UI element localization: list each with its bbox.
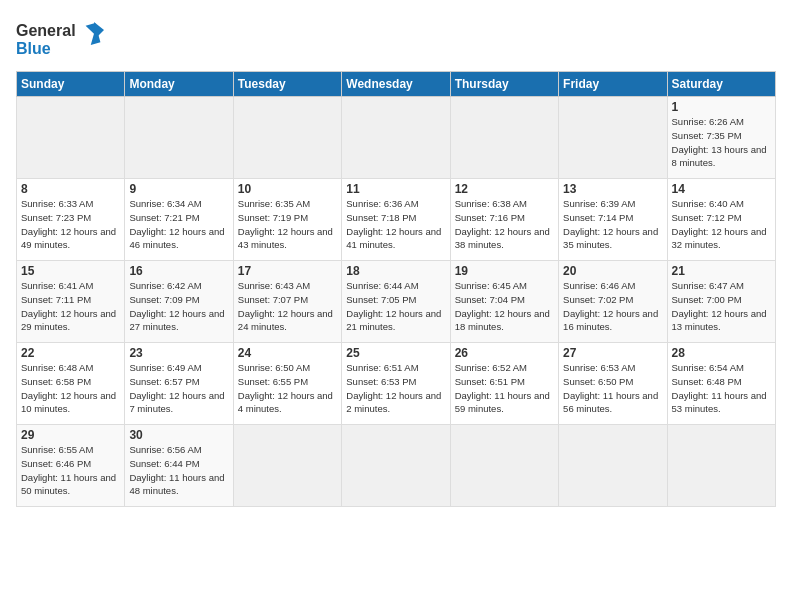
day-info: Sunrise: 6:47 AMSunset: 7:00 PMDaylight:… bbox=[672, 279, 771, 334]
calendar-cell: 10Sunrise: 6:35 AMSunset: 7:19 PMDayligh… bbox=[233, 179, 341, 261]
calendar-cell: 9Sunrise: 6:34 AMSunset: 7:21 PMDaylight… bbox=[125, 179, 233, 261]
calendar-cell: 13Sunrise: 6:39 AMSunset: 7:14 PMDayligh… bbox=[559, 179, 667, 261]
calendar-cell bbox=[559, 425, 667, 507]
calendar-cell: 25Sunrise: 6:51 AMSunset: 6:53 PMDayligh… bbox=[342, 343, 450, 425]
day-header-wednesday: Wednesday bbox=[342, 72, 450, 97]
calendar-cell bbox=[450, 97, 558, 179]
day-info: Sunrise: 6:26 AMSunset: 7:35 PMDaylight:… bbox=[672, 115, 771, 170]
day-info: Sunrise: 6:52 AMSunset: 6:51 PMDaylight:… bbox=[455, 361, 554, 416]
calendar-cell: 17Sunrise: 6:43 AMSunset: 7:07 PMDayligh… bbox=[233, 261, 341, 343]
calendar-cell: 16Sunrise: 6:42 AMSunset: 7:09 PMDayligh… bbox=[125, 261, 233, 343]
day-header-thursday: Thursday bbox=[450, 72, 558, 97]
calendar-cell: 20Sunrise: 6:46 AMSunset: 7:02 PMDayligh… bbox=[559, 261, 667, 343]
sunset-text: Sunset: 7:19 PM bbox=[238, 212, 308, 223]
sunrise-text: Sunrise: 6:39 AM bbox=[563, 198, 635, 209]
day-header-friday: Friday bbox=[559, 72, 667, 97]
calendar-cell: 11Sunrise: 6:36 AMSunset: 7:18 PMDayligh… bbox=[342, 179, 450, 261]
sunrise-text: Sunrise: 6:51 AM bbox=[346, 362, 418, 373]
sunrise-text: Sunrise: 6:46 AM bbox=[563, 280, 635, 291]
day-info: Sunrise: 6:46 AMSunset: 7:02 PMDaylight:… bbox=[563, 279, 662, 334]
calendar-week-4: 29Sunrise: 6:55 AMSunset: 6:46 PMDayligh… bbox=[17, 425, 776, 507]
sunset-text: Sunset: 6:53 PM bbox=[346, 376, 416, 387]
sunrise-text: Sunrise: 6:40 AM bbox=[672, 198, 744, 209]
daylight-text: Daylight: 11 hours and 50 minutes. bbox=[21, 472, 116, 497]
sunrise-text: Sunrise: 6:56 AM bbox=[129, 444, 201, 455]
sunset-text: Sunset: 6:51 PM bbox=[455, 376, 525, 387]
day-number: 20 bbox=[563, 264, 662, 278]
daylight-text: Daylight: 12 hours and 10 minutes. bbox=[21, 390, 116, 415]
day-number: 24 bbox=[238, 346, 337, 360]
sunrise-text: Sunrise: 6:34 AM bbox=[129, 198, 201, 209]
day-number: 28 bbox=[672, 346, 771, 360]
daylight-text: Daylight: 12 hours and 16 minutes. bbox=[563, 308, 658, 333]
day-header-tuesday: Tuesday bbox=[233, 72, 341, 97]
calendar-cell bbox=[233, 97, 341, 179]
sunset-text: Sunset: 7:11 PM bbox=[21, 294, 91, 305]
sunset-text: Sunset: 6:50 PM bbox=[563, 376, 633, 387]
day-info: Sunrise: 6:51 AMSunset: 6:53 PMDaylight:… bbox=[346, 361, 445, 416]
calendar-header-row: SundayMondayTuesdayWednesdayThursdayFrid… bbox=[17, 72, 776, 97]
sunset-text: Sunset: 7:18 PM bbox=[346, 212, 416, 223]
sunset-text: Sunset: 7:35 PM bbox=[672, 130, 742, 141]
day-number: 12 bbox=[455, 182, 554, 196]
day-info: Sunrise: 6:50 AMSunset: 6:55 PMDaylight:… bbox=[238, 361, 337, 416]
day-info: Sunrise: 6:36 AMSunset: 7:18 PMDaylight:… bbox=[346, 197, 445, 252]
day-number: 17 bbox=[238, 264, 337, 278]
sunset-text: Sunset: 6:57 PM bbox=[129, 376, 199, 387]
day-info: Sunrise: 6:33 AMSunset: 7:23 PMDaylight:… bbox=[21, 197, 120, 252]
day-number: 1 bbox=[672, 100, 771, 114]
daylight-text: Daylight: 12 hours and 4 minutes. bbox=[238, 390, 333, 415]
day-info: Sunrise: 6:39 AMSunset: 7:14 PMDaylight:… bbox=[563, 197, 662, 252]
calendar-week-3: 22Sunrise: 6:48 AMSunset: 6:58 PMDayligh… bbox=[17, 343, 776, 425]
calendar-cell bbox=[233, 425, 341, 507]
day-info: Sunrise: 6:43 AMSunset: 7:07 PMDaylight:… bbox=[238, 279, 337, 334]
day-info: Sunrise: 6:54 AMSunset: 6:48 PMDaylight:… bbox=[672, 361, 771, 416]
day-info: Sunrise: 6:45 AMSunset: 7:04 PMDaylight:… bbox=[455, 279, 554, 334]
calendar-cell bbox=[667, 425, 775, 507]
daylight-text: Daylight: 13 hours and 8 minutes. bbox=[672, 144, 767, 169]
calendar-cell: 30Sunrise: 6:56 AMSunset: 6:44 PMDayligh… bbox=[125, 425, 233, 507]
sunset-text: Sunset: 7:05 PM bbox=[346, 294, 416, 305]
sunset-text: Sunset: 7:14 PM bbox=[563, 212, 633, 223]
sunrise-text: Sunrise: 6:36 AM bbox=[346, 198, 418, 209]
calendar-cell bbox=[342, 97, 450, 179]
sunrise-text: Sunrise: 6:53 AM bbox=[563, 362, 635, 373]
sunset-text: Sunset: 7:00 PM bbox=[672, 294, 742, 305]
sunset-text: Sunset: 6:55 PM bbox=[238, 376, 308, 387]
day-number: 11 bbox=[346, 182, 445, 196]
sunrise-text: Sunrise: 6:42 AM bbox=[129, 280, 201, 291]
daylight-text: Daylight: 12 hours and 24 minutes. bbox=[238, 308, 333, 333]
daylight-text: Daylight: 12 hours and 29 minutes. bbox=[21, 308, 116, 333]
sunrise-text: Sunrise: 6:50 AM bbox=[238, 362, 310, 373]
day-info: Sunrise: 6:55 AMSunset: 6:46 PMDaylight:… bbox=[21, 443, 120, 498]
day-number: 29 bbox=[21, 428, 120, 442]
sunrise-text: Sunrise: 6:47 AM bbox=[672, 280, 744, 291]
daylight-text: Daylight: 11 hours and 48 minutes. bbox=[129, 472, 224, 497]
sunrise-text: Sunrise: 6:33 AM bbox=[21, 198, 93, 209]
calendar-cell: 28Sunrise: 6:54 AMSunset: 6:48 PMDayligh… bbox=[667, 343, 775, 425]
sunset-text: Sunset: 6:44 PM bbox=[129, 458, 199, 469]
day-number: 18 bbox=[346, 264, 445, 278]
daylight-text: Daylight: 12 hours and 35 minutes. bbox=[563, 226, 658, 251]
calendar-week-0: 1Sunrise: 6:26 AMSunset: 7:35 PMDaylight… bbox=[17, 97, 776, 179]
calendar-body: 1Sunrise: 6:26 AMSunset: 7:35 PMDaylight… bbox=[17, 97, 776, 507]
daylight-text: Daylight: 11 hours and 59 minutes. bbox=[455, 390, 550, 415]
day-number: 25 bbox=[346, 346, 445, 360]
calendar-cell: 1Sunrise: 6:26 AMSunset: 7:35 PMDaylight… bbox=[667, 97, 775, 179]
daylight-text: Daylight: 12 hours and 27 minutes. bbox=[129, 308, 224, 333]
sunset-text: Sunset: 7:02 PM bbox=[563, 294, 633, 305]
calendar-cell: 29Sunrise: 6:55 AMSunset: 6:46 PMDayligh… bbox=[17, 425, 125, 507]
day-info: Sunrise: 6:53 AMSunset: 6:50 PMDaylight:… bbox=[563, 361, 662, 416]
day-number: 13 bbox=[563, 182, 662, 196]
day-number: 22 bbox=[21, 346, 120, 360]
calendar-cell bbox=[17, 97, 125, 179]
day-number: 26 bbox=[455, 346, 554, 360]
calendar-cell: 8Sunrise: 6:33 AMSunset: 7:23 PMDaylight… bbox=[17, 179, 125, 261]
day-info: Sunrise: 6:49 AMSunset: 6:57 PMDaylight:… bbox=[129, 361, 228, 416]
sunset-text: Sunset: 7:23 PM bbox=[21, 212, 91, 223]
sunset-text: Sunset: 7:04 PM bbox=[455, 294, 525, 305]
sunrise-text: Sunrise: 6:44 AM bbox=[346, 280, 418, 291]
calendar-cell bbox=[559, 97, 667, 179]
daylight-text: Daylight: 12 hours and 7 minutes. bbox=[129, 390, 224, 415]
daylight-text: Daylight: 12 hours and 2 minutes. bbox=[346, 390, 441, 415]
